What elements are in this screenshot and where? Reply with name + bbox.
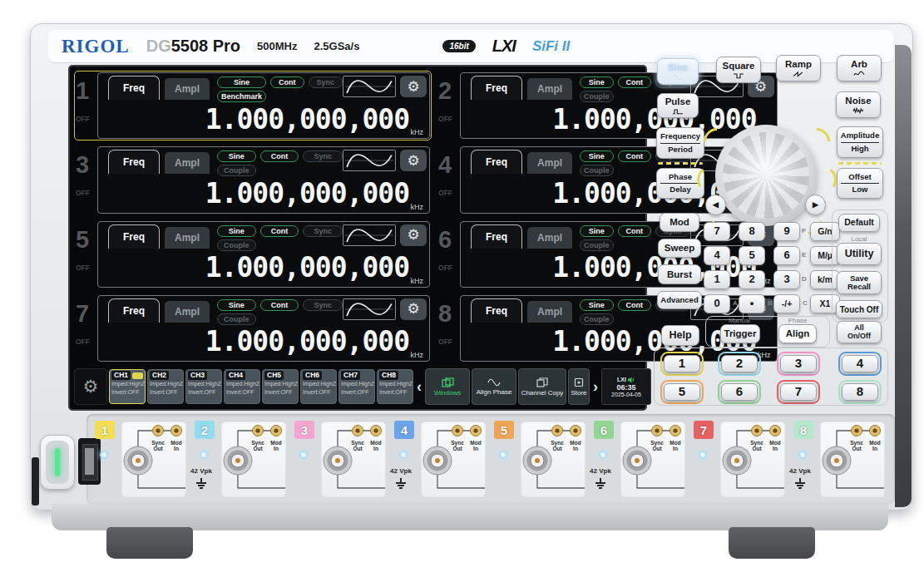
square-button[interactable]: Square xyxy=(716,57,761,83)
channel-panel[interactable]: Freq Ampl Sine Cont Sync Couple ⚙ 1.000,… xyxy=(97,146,430,213)
save-recall-button[interactable]: Save Recall xyxy=(837,271,882,294)
statusbar-tab-ch2[interactable]: CH2Imped:HighZInvert:OFF xyxy=(147,369,184,404)
key-5[interactable]: 5 xyxy=(739,246,765,265)
advanced-button[interactable]: Advanced xyxy=(657,291,702,309)
statusbar-tab-ch8[interactable]: CH8Imped:HighZInvert:OFF xyxy=(377,369,413,404)
tab-freq[interactable]: Freq xyxy=(471,298,522,323)
touch-off-button[interactable]: Touch Off xyxy=(836,300,882,318)
channel-7-block[interactable]: 7OFF Freq Ampl Sine Cont Sync Couple ⚙ xyxy=(74,293,432,363)
channel-panel[interactable]: Freq Ampl Sine Cont Sync Couple ⚙ 1.000,… xyxy=(97,221,430,288)
tab-ampl[interactable]: Ampl xyxy=(527,78,572,100)
noise-button[interactable]: Noise xyxy=(836,91,881,118)
connector-panel-8: Sync Out Mod In xyxy=(820,421,885,497)
channel-key-3[interactable]: 3 xyxy=(780,355,817,372)
trigger-button[interactable]: Trigger xyxy=(720,324,760,343)
key-1[interactable]: 1 xyxy=(704,270,730,289)
key-8[interactable]: 8 xyxy=(739,222,765,241)
sync-out-label: Sync Out xyxy=(448,440,467,452)
frequency-value: 1.000,000,000 xyxy=(205,177,409,210)
sifi-logo: SiFi II xyxy=(532,38,570,55)
tab-freq[interactable]: Freq xyxy=(108,150,160,174)
channel-3-block[interactable]: 3OFF Freq Ampl Sine Cont Sync Couple ⚙ xyxy=(74,145,432,214)
channel-key-4[interactable]: 4 xyxy=(842,355,878,372)
tab-ampl[interactable]: Ampl xyxy=(165,301,210,323)
statusbar-tab-ch7[interactable]: CH7Imped:HighZInvert:OFF xyxy=(338,369,375,404)
store-button[interactable]: Store xyxy=(568,368,590,405)
channel-key-2[interactable]: 2 xyxy=(721,355,758,372)
sine-button[interactable]: Sine xyxy=(657,58,699,85)
key-0[interactable]: 0 xyxy=(704,294,730,313)
channel-key-8[interactable]: 8 xyxy=(842,383,878,401)
channel-key-1[interactable]: 1 xyxy=(664,355,700,372)
tab-freq[interactable]: Freq xyxy=(471,76,522,100)
selected-marker xyxy=(132,372,143,379)
frequency-unit: kHz xyxy=(411,203,424,211)
statusbar-tab-ch3[interactable]: CH3Imped:HighZInvert:OFF xyxy=(185,369,222,404)
key-sign[interactable]: -/+ xyxy=(773,294,800,313)
statusbar-prev-icon[interactable]: ‹ xyxy=(415,378,423,396)
default-button[interactable]: Default xyxy=(838,214,880,232)
system-settings-gear-icon[interactable]: ⚙ xyxy=(74,368,107,405)
channel-copy-button[interactable]: Channel Copy xyxy=(518,368,566,405)
tab-ampl[interactable]: Ampl xyxy=(527,301,572,323)
channel-1-block[interactable]: 1OFF Freq Ampl Sine Cont Sync Benchmark … xyxy=(74,71,432,141)
arb-button[interactable]: Arb xyxy=(837,55,882,81)
tab-ampl[interactable]: Ampl xyxy=(165,152,210,174)
channel-panel[interactable]: Freq Ampl Sine Cont Sync Couple ⚙ 1.000,… xyxy=(97,295,430,362)
key-6[interactable]: 6 xyxy=(773,246,800,265)
ramp-button[interactable]: Ramp xyxy=(776,55,821,81)
tab-freq[interactable]: Freq xyxy=(471,224,522,249)
tab-freq[interactable]: Freq xyxy=(471,150,522,174)
channel-settings-gear-icon[interactable]: ⚙ xyxy=(400,76,427,97)
channel-key-5[interactable]: 5 xyxy=(664,383,700,401)
tab-freq[interactable]: Freq xyxy=(108,224,160,249)
channel-key-7[interactable]: 7 xyxy=(780,383,817,401)
channel-settings-gear-icon[interactable]: ⚙ xyxy=(400,224,427,246)
channel-settings-gear-icon[interactable]: ⚙ xyxy=(400,150,427,171)
key-2[interactable]: 2 xyxy=(739,270,765,289)
mod-button[interactable]: Mod xyxy=(660,213,699,232)
key-decimal[interactable]: • xyxy=(739,294,765,313)
amplitude-high-button[interactable]: AmplitudeHigh xyxy=(837,126,883,158)
key-3[interactable]: 3 xyxy=(773,270,800,289)
tab-freq[interactable]: Freq xyxy=(108,298,160,323)
sound-icon xyxy=(628,377,635,383)
sweep-button[interactable]: Sweep xyxy=(658,239,701,258)
channel-key-6[interactable]: 6 xyxy=(721,383,758,401)
all-on-off-button[interactable]: All On/Off xyxy=(837,321,882,343)
touchscreen: 1OFF Freq Ampl Sine Cont Sync Benchmark … xyxy=(70,67,645,409)
channel-5-block[interactable]: 5OFF Freq Ampl Sine Cont Sync Couple ⚙ xyxy=(74,219,432,289)
knob-grip[interactable] xyxy=(723,132,809,219)
burst-button[interactable]: Burst xyxy=(658,264,701,284)
utility-button[interactable]: Utility xyxy=(837,243,882,265)
voltage-rating-label: 42 Vpk xyxy=(381,467,421,475)
statusbar-tab-ch6[interactable]: CH6Imped:HighZInvert:OFF xyxy=(300,369,337,404)
samplerate-spec: 2.5GSa/s xyxy=(314,40,360,52)
statusbar-next-icon[interactable]: › xyxy=(591,378,600,396)
channel-settings-gear-icon[interactable]: ⚙ xyxy=(400,298,427,320)
channel-panel[interactable]: Freq Ampl Sine Cont Sync Benchmark ⚙ 1.0… xyxy=(97,72,430,139)
key-9[interactable]: 9 xyxy=(773,222,800,241)
pulse-button[interactable]: Pulse xyxy=(657,93,699,118)
key-7[interactable]: 7 xyxy=(704,222,730,241)
tab-ampl[interactable]: Ampl xyxy=(165,227,210,249)
tab-ampl[interactable]: Ampl xyxy=(527,152,572,174)
tab-freq[interactable]: Freq xyxy=(108,76,160,100)
tab-ampl[interactable]: Ampl xyxy=(165,78,210,100)
align-phase-button[interactable]: Align Phase xyxy=(472,368,516,405)
arrow-left-button[interactable]: ◀ xyxy=(705,195,726,215)
circuit-lines xyxy=(620,421,685,497)
offset-low-button[interactable]: OffsetLow xyxy=(837,168,883,199)
help-button[interactable]: Help xyxy=(661,325,699,346)
align-button[interactable]: Align xyxy=(778,324,817,343)
key-4[interactable]: 4 xyxy=(704,246,730,265)
frequency-period-button[interactable]: FrequencyPeriod xyxy=(656,127,704,159)
power-button[interactable] xyxy=(40,435,75,490)
arrow-right-button[interactable]: ▶ xyxy=(805,195,826,215)
statusbar-tab-ch4[interactable]: CH4Imped:HighZInvert:OFF xyxy=(224,369,260,404)
tab-ampl[interactable]: Ampl xyxy=(527,227,572,249)
windows-button[interactable]: Windows xyxy=(425,368,470,405)
statusbar-tab-ch1[interactable]: CH1Imped:HighZInvert:OFF xyxy=(109,369,146,404)
statusbar-tab-ch5[interactable]: CH5Imped:HighZInvert:OFF xyxy=(262,369,299,404)
sync-out-label: Sync Out xyxy=(149,440,167,452)
